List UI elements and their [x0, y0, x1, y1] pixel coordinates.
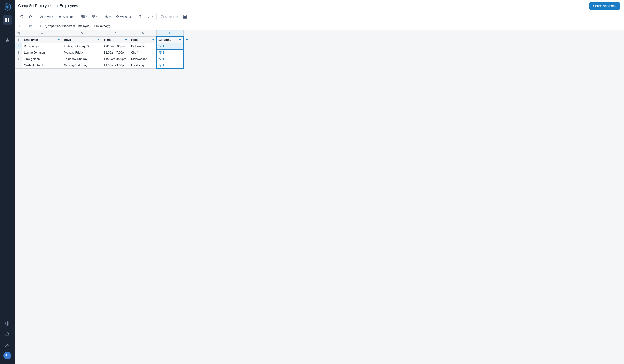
cell-3-col2[interactable]: 1 — [157, 49, 183, 56]
wizards-button[interactable]: Wizards — [114, 14, 133, 20]
sidebar-item-layers[interactable] — [3, 25, 12, 35]
svg-point-14 — [8, 344, 9, 345]
settings-button[interactable]: Settings — [56, 14, 75, 20]
svg-point-12 — [7, 324, 7, 325]
sheet-area[interactable]: A B C D E 1 Employee — [15, 30, 624, 364]
svg-rect-26 — [94, 16, 95, 17]
toolbar-divider-4 — [134, 14, 135, 20]
sidebar-item-users[interactable] — [3, 341, 12, 350]
sidebar-item-automation[interactable] — [3, 36, 12, 45]
cell-3-days[interactable]: Monday-Friday — [62, 49, 102, 56]
cell-5-days[interactable]: Monday-Saturday — [62, 62, 102, 68]
page-menu[interactable]: ⋮ — [79, 4, 83, 8]
row-num-1: 1 — [15, 37, 22, 43]
cell-4-role[interactable]: Dishwasher — [129, 56, 157, 62]
sort-button[interactable]: ▾ — [145, 14, 155, 20]
header-role-label: Role — [131, 38, 137, 42]
header-left: Comp Sci Prototype ⋮ › Employees ⋮ — [18, 3, 83, 8]
header-role[interactable]: Role — [129, 37, 157, 43]
col-c-sort-icon — [125, 39, 127, 41]
svg-rect-25 — [92, 16, 93, 17]
redo-button[interactable] — [27, 14, 34, 20]
layers-button[interactable] — [137, 14, 144, 20]
cell-5-role[interactable]: Food Prep — [129, 62, 157, 68]
header-employee-label: Employee — [24, 38, 38, 42]
cell-2-employee[interactable]: Baccari Lyle — [22, 43, 62, 49]
cell-4-time[interactable]: 11:00am-3:00pm — [102, 56, 129, 62]
col-header-C[interactable]: C — [102, 30, 129, 37]
col-header-E[interactable]: E — [157, 30, 183, 37]
toolbar-divider-5 — [156, 14, 157, 20]
add-row-area: + — [15, 69, 624, 75]
table-row: 2 Baccari Lyle Friday, Saturday, Sur 4:0… — [15, 43, 183, 49]
cell-4-employee[interactable]: Jack golden — [22, 56, 62, 62]
cell-3-role[interactable]: Chef — [129, 49, 157, 56]
filter-icon — [159, 51, 162, 54]
ai-button[interactable]: ▾ — [103, 14, 112, 20]
sidebar-item-notifications[interactable] — [3, 330, 12, 339]
spreadsheet-table: A B C D E 1 Employee — [15, 30, 184, 69]
cell-2-days[interactable]: Friday, Saturday, Sur — [62, 43, 102, 49]
cell-2-role[interactable]: Dishwasher — [129, 43, 157, 49]
undo-button[interactable] — [18, 14, 26, 20]
header-employee[interactable]: Employee — [22, 37, 62, 43]
page-title: Employees — [60, 4, 78, 8]
table-row: 4 Jack golden Thursday-Sunday 11:00am-3:… — [15, 56, 183, 62]
settings-label: Settings — [63, 15, 74, 19]
sort-caret: ▾ — [152, 16, 153, 18]
header-days-label: Days — [64, 38, 71, 42]
formula-close-button[interactable]: ✕ — [16, 24, 21, 28]
svg-point-13 — [6, 344, 7, 345]
app-logo[interactable] — [3, 3, 11, 11]
cell-4-days[interactable]: Thursday-Sunday — [62, 56, 102, 62]
breadcrumb-separator: › — [57, 3, 58, 8]
add-view-button[interactable]: ▾ — [79, 14, 88, 20]
cell-5-col2[interactable]: 1 — [157, 62, 183, 68]
row-num-5: 5 — [15, 62, 22, 68]
save-filter-button[interactable]: Save filter — [158, 14, 180, 20]
header-column2[interactable]: Column2 — [157, 37, 183, 43]
sidebar-nav — [3, 16, 12, 319]
hide-view-caret: ▾ — [96, 16, 97, 18]
formula-fx-label: fx — [28, 24, 33, 28]
add-column-button[interactable]: + — [186, 37, 188, 42]
header-time[interactable]: Time — [102, 37, 129, 43]
sidebar-item-grid[interactable] — [3, 16, 12, 24]
field-header-row: 1 Employee Days — [15, 37, 183, 43]
project-title: Comp Sci Prototype — [18, 4, 51, 8]
main-area: Comp Sci Prototype ⋮ › Employees ⋮ Share… — [15, 0, 624, 364]
cell-5-employee[interactable]: Cash Hubbard — [22, 62, 62, 68]
svg-rect-21 — [81, 17, 82, 18]
style-button[interactable]: Style ▾ — [38, 14, 55, 20]
avatar[interactable]: BL — [3, 352, 11, 360]
cell-2-time[interactable]: 4:00pm-8:00pm — [102, 43, 129, 49]
svg-rect-35 — [161, 16, 162, 16]
cell-3-time[interactable]: 11:00am-7:00pm — [102, 49, 129, 56]
formula-input[interactable] — [34, 24, 617, 27]
header-days[interactable]: Days — [62, 37, 102, 43]
col-header-D[interactable]: D — [129, 30, 157, 37]
corner-cell — [15, 30, 22, 37]
formula-expand-icon[interactable]: ⌄ — [619, 23, 622, 28]
grid-view-button[interactable] — [181, 14, 189, 20]
cell-3-employee[interactable]: Lonnie Johnson — [22, 49, 62, 56]
svg-rect-5 — [5, 20, 7, 22]
formula-check-button[interactable]: ✓ — [22, 24, 27, 28]
svg-rect-8 — [5, 30, 9, 30]
cell-5-time[interactable]: 11:00am-3:00pm — [102, 62, 129, 68]
filter-icon — [159, 57, 162, 60]
col-header-B[interactable]: B — [62, 30, 102, 37]
cell-4-col2[interactable]: 1 — [157, 56, 183, 62]
svg-rect-7 — [5, 29, 9, 29]
add-row-button[interactable]: + — [16, 70, 19, 75]
col-e-sort-icon — [179, 39, 182, 41]
filter-icon — [159, 64, 162, 67]
share-workbook-button[interactable]: Share workbook — [589, 2, 620, 10]
svg-rect-6 — [7, 20, 9, 22]
hide-view-button[interactable]: ▾ — [90, 14, 99, 20]
sidebar: BL — [0, 0, 15, 364]
col-header-A[interactable]: A — [22, 30, 62, 37]
cell-2-col2[interactable]: 1 — [157, 43, 183, 49]
sidebar-item-help[interactable] — [3, 319, 12, 328]
project-title-menu[interactable]: ⋮ — [52, 4, 56, 8]
